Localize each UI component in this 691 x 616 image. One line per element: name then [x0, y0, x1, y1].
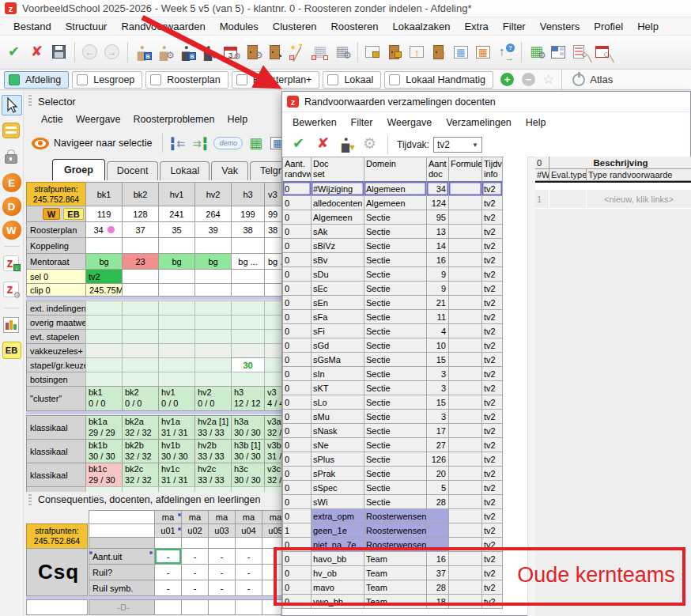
data-cell[interactable] — [194, 237, 232, 254]
table-cell[interactable]: 10 — [427, 338, 449, 353]
table-cell[interactable]: Sectie — [364, 481, 427, 495]
eb-button[interactable]: EB — [63, 208, 84, 220]
table-cell[interactable]: 0 — [283, 353, 312, 367]
table-cell[interactable]: sEc — [312, 282, 364, 296]
csq-cell[interactable]: - — [154, 548, 182, 565]
data-cell[interactable] — [194, 300, 232, 316]
navigate-to-selection-button[interactable]: Navigeer naar selectie — [54, 138, 152, 149]
table-cell[interactable]: 21 — [427, 296, 449, 310]
table-cell[interactable]: Sectie — [364, 239, 427, 253]
table-cell[interactable]: #Wijziging — [312, 182, 364, 196]
table-cell[interactable]: sGsMa — [312, 353, 364, 367]
table-cell[interactable]: Sectie — [364, 353, 427, 367]
class-cell-h3b-1[interactable]: h3b [1]30 / 30 — [231, 439, 265, 463]
notes-icon[interactable] — [2, 121, 22, 142]
table-cell[interactable]: tv2 — [482, 210, 503, 225]
table-cell[interactable]: 4 — [427, 324, 449, 338]
table-cell[interactable]: 13 — [427, 225, 449, 239]
table-cell[interactable]: tv2 — [482, 410, 503, 424]
data-cell[interactable] — [122, 237, 159, 254]
csq-cell[interactable]: - — [235, 564, 262, 580]
table-cell[interactable]: Roosterwensen — [364, 509, 427, 523]
data-cell[interactable] — [158, 300, 195, 316]
data-cell[interactable] — [231, 329, 265, 344]
table-cell[interactable]: 15 — [427, 395, 449, 410]
w-button[interactable]: W — [43, 208, 60, 220]
table-cell[interactable]: sPrak — [312, 467, 364, 481]
data-cell[interactable] — [231, 237, 265, 254]
panel-grip[interactable] — [28, 95, 32, 108]
data-cell[interactable] — [231, 269, 265, 284]
menu-bestand[interactable]: Bestand — [6, 19, 59, 34]
table-cell[interactable]: sFa — [312, 310, 364, 324]
teacher-settings-icon[interactable]: ●▆⚙ — [155, 42, 176, 62]
table-cell[interactable] — [449, 509, 482, 523]
room-publish-icon[interactable]: ↑ — [429, 42, 450, 62]
table-cell[interactable]: 0 — [283, 239, 312, 253]
data-cell[interactable] — [85, 315, 123, 330]
data-cell[interactable] — [231, 300, 265, 316]
table-cell[interactable]: 3 — [427, 410, 449, 424]
table-cell[interactable]: sLo — [312, 395, 364, 410]
column-header-bk2[interactable]: bk2 — [122, 182, 159, 206]
view-tab-roosterplan[interactable]: Roosterplan — [145, 71, 228, 89]
table-cell[interactable]: Sectie — [364, 467, 427, 481]
table-cell[interactable]: sAk — [312, 225, 364, 239]
table-cell[interactable]: Sectie — [364, 296, 427, 310]
cancel-icon[interactable]: ✘ — [27, 42, 47, 62]
table-cell[interactable]: 27 — [427, 438, 449, 452]
table-cell[interactable]: Sectie — [364, 310, 427, 324]
data-cell[interactable]: 30 — [231, 357, 265, 372]
data-cell[interactable] — [85, 372, 123, 387]
reorder-left-icon[interactable]: ▮▮⇇ — [168, 134, 187, 153]
cluster-cell-hv1[interactable]: hv10 / 0 — [158, 386, 195, 411]
class-cell-hv2c[interactable]: hv2c33 / 33 — [194, 463, 232, 487]
table-cell[interactable]: 9 — [427, 267, 449, 282]
table-cell[interactable]: tv2 — [482, 467, 503, 481]
selector-menu-weergave[interactable]: Weergave — [70, 112, 127, 127]
csq-cell[interactable]: - — [235, 548, 262, 565]
menu-randvoorwaarden[interactable]: Randvoorwaarden — [114, 19, 212, 34]
class-cell-bk2b[interactable]: bk2b32 / 32 — [122, 439, 159, 463]
table-cell[interactable]: tv2 — [482, 395, 503, 410]
menu-modules[interactable]: Modules — [213, 19, 266, 34]
room-clock-icon[interactable]: ◔ — [266, 42, 286, 62]
view-tab-lesgroep[interactable]: Lesgroep — [72, 71, 142, 89]
table-cell[interactable]: 0 — [283, 182, 312, 196]
class-cell-h3a[interactable]: h3a30 / 30 — [231, 415, 265, 440]
table-cell[interactable]: 0 — [283, 282, 312, 296]
column-header-hv1[interactable]: hv1 — [158, 182, 195, 206]
table-cell[interactable]: 3 — [427, 367, 449, 381]
table-cell[interactable]: alledocenten — [312, 196, 364, 210]
table-cell[interactable]: tv2 — [482, 438, 503, 452]
data-cell[interactable] — [122, 372, 159, 387]
table-cell[interactable]: Sectie — [364, 324, 427, 338]
data-cell[interactable]: 34 — [85, 221, 123, 238]
menu-clusteren[interactable]: Clusteren — [266, 19, 324, 34]
day-header[interactable]: ma — [235, 510, 262, 524]
class-cell-bk1b[interactable]: bk1b30 / 30 — [85, 439, 123, 463]
table-cell[interactable]: sWi — [312, 495, 364, 509]
table-cell[interactable]: 0 — [283, 438, 312, 452]
class-cell-h3c[interactable]: h3c30 / 30 — [231, 463, 265, 487]
overlay-titlebar[interactable]: z Randvoorwaarden verzamelingen docenten — [282, 92, 690, 112]
table-cell[interactable]: 1 — [283, 523, 312, 538]
zermelo-settings-icon[interactable]: z⚙ — [2, 280, 22, 300]
table-cell[interactable] — [449, 225, 482, 239]
class-cell-hv1c[interactable]: hv1c31 / 31 — [158, 463, 195, 487]
table-cell[interactable]: tv2 — [482, 424, 503, 438]
person-filter-icon[interactable]: ●▆▼ — [337, 134, 359, 156]
data-cell[interactable]: 23 — [122, 253, 159, 270]
total-cell[interactable]: 264 — [194, 206, 232, 222]
calendar-grid-icon[interactable]: ▦ — [474, 42, 494, 62]
cluster-cell-hv2[interactable]: hv20 / 0 — [194, 386, 232, 411]
student-b-icon[interactable]: ●▆B — [177, 42, 198, 62]
table-cell[interactable] — [449, 367, 482, 381]
table-cell[interactable] — [449, 438, 482, 452]
table-header-tijdv[interactable]: Tijdvinfo — [482, 157, 503, 182]
table-cell[interactable]: tv2 — [482, 310, 503, 324]
table-cell[interactable]: Sectie — [364, 395, 427, 410]
grid-green-icon[interactable]: ▦ — [247, 134, 266, 153]
data-cell[interactable] — [158, 329, 195, 344]
table-cell[interactable]: 0 — [283, 253, 312, 267]
